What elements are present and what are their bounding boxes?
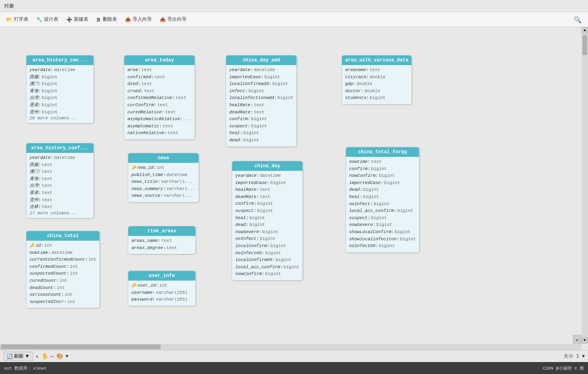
- field-separator: :: [38, 190, 41, 197]
- table-card-area_history_con_top[interactable]: area_history_con...yeardate : datetime西藏…: [26, 55, 94, 123]
- table-card-risk_areas[interactable]: risk_areasareas_name : textareas_degree …: [128, 226, 196, 254]
- table-row: nowConfirm : bigint: [349, 172, 416, 180]
- connect-tool-icon[interactable]: ↔: [51, 353, 54, 360]
- hand-tool-icon[interactable]: ✋: [42, 353, 48, 360]
- table-row: 贵州 : text: [30, 197, 90, 204]
- field-separator: :: [254, 208, 256, 215]
- search-icon[interactable]: 🔍: [574, 16, 582, 24]
- field-type: int: [159, 282, 167, 289]
- field-name: areas_name: [131, 237, 158, 245]
- table-row: localConfirm : bigint: [235, 243, 299, 250]
- field-type: double: [364, 88, 380, 95]
- field-separator: :: [138, 67, 141, 74]
- table-card-user_info[interactable]: user_info🔑user_id : intusername : varcha…: [128, 271, 196, 306]
- refresh-label: 刷新 ▼: [14, 353, 30, 360]
- zoom-level[interactable]: 大小 1 ▼: [564, 353, 585, 360]
- table-row: importedCase : bigint: [349, 180, 416, 187]
- table-row: 吉林 : text: [30, 204, 90, 211]
- field-name: publish_time: [131, 172, 163, 179]
- field-separator: :: [366, 67, 369, 74]
- field-type: bigint: [42, 88, 58, 95]
- new-table-icon: ➕: [66, 17, 72, 22]
- field-name: password: [131, 296, 153, 303]
- open-table-button[interactable]: 📂 打开表: [3, 15, 32, 24]
- table-header-china_day_add: china_day_add: [226, 55, 296, 65]
- import-wizard-button[interactable]: 📥 导入向导: [122, 15, 155, 24]
- table-row: local_acc_confirm : bigint: [349, 208, 416, 215]
- field-type: bigint: [376, 222, 392, 229]
- table-card-area_history_conf_bottom[interactable]: area_history_conf...yeardate : datetime西…: [26, 143, 94, 218]
- table-card-news[interactable]: news🔑new_id : intpublish_time : datetime…: [128, 153, 199, 202]
- field-separator: :: [262, 250, 264, 257]
- scroll-thumb-horizontal[interactable]: [1, 344, 161, 349]
- scroll-down-arrow[interactable]: ▼: [582, 337, 588, 344]
- resize-corner-button[interactable]: ↙: [573, 335, 582, 344]
- field-name: area: [127, 67, 138, 74]
- design-table-button[interactable]: 🔧 设计表: [33, 15, 62, 24]
- scroll-track-horizontal[interactable]: [0, 344, 582, 350]
- field-type: int: [57, 285, 65, 292]
- table-card-china_day_add[interactable]: china_day_addyeardate : datetimeimported…: [226, 55, 297, 147]
- delete-table-button[interactable]: 🗑 删除表: [93, 15, 120, 24]
- table-row: healRate : text: [229, 102, 293, 109]
- table-row: nowtime : text: [349, 158, 416, 166]
- field-type: text: [42, 168, 52, 176]
- field-name: confirm: [229, 116, 248, 123]
- more-columns-label: 27 more columns...: [30, 211, 90, 216]
- field-type: bigint: [264, 74, 280, 81]
- field-name: gdp: [345, 81, 353, 88]
- new-table-button[interactable]: ➕ 新建表: [63, 15, 91, 24]
- table-card-area_today[interactable]: area_todayarea : textconfirmed : textdie…: [124, 55, 195, 140]
- table-body-news: 🔑new_id : intpublish_time : datetimenews…: [128, 163, 199, 202]
- table-row: 西藏 : text: [30, 162, 90, 169]
- field-separator: :: [261, 74, 264, 81]
- scroll-track-vertical[interactable]: [582, 34, 588, 344]
- field-type: text: [260, 194, 270, 201]
- field-separator: :: [267, 180, 270, 187]
- field-type: text: [254, 109, 264, 116]
- export-wizard-button[interactable]: 📤 导出向导: [157, 15, 190, 24]
- field-name: doctor: [345, 88, 361, 95]
- color-tool-icon[interactable]: 🎨: [56, 353, 63, 360]
- field-separator: :: [180, 116, 183, 123]
- design-table-icon: 🔧: [36, 17, 42, 22]
- table-row: 香港 : bigint: [30, 102, 90, 109]
- field-type: int: [88, 256, 96, 263]
- table-row: noInfect : bigint: [349, 201, 416, 208]
- open-table-label: 打开表: [14, 16, 28, 23]
- table-header-china_total: china_total: [26, 231, 99, 241]
- scroll-thumb-vertical[interactable]: [582, 35, 587, 55]
- field-type: bigint: [397, 208, 413, 215]
- field-name: suspectedCount: [30, 270, 66, 277]
- field-type: bigint: [260, 235, 276, 243]
- table-row: asymptomatic : text: [127, 123, 191, 130]
- table-card-area_with_various_data[interactable]: area_with_various_dataareaname : textcit…: [342, 55, 412, 105]
- field-name: noInfectH5: [235, 250, 262, 257]
- scroll-up-arrow[interactable]: ▲: [582, 27, 588, 34]
- field-type: text: [163, 123, 173, 130]
- cursor-tool-icon[interactable]: ↖: [36, 353, 39, 360]
- field-name: dead: [229, 137, 240, 144]
- table-card-china_total_forqq[interactable]: china_total_forqqnowtime : textconfirm :…: [346, 147, 419, 253]
- field-name: suspect: [235, 208, 254, 215]
- field-type: bigint: [284, 264, 300, 271]
- attribution: CSDN @小涵明 ≡ 雅: [543, 365, 584, 371]
- table-row: nowSevere : bigint: [235, 229, 299, 236]
- field-separator: :: [138, 81, 141, 88]
- field-name: healRate: [229, 102, 250, 109]
- field-separator: :: [368, 215, 370, 222]
- field-name: crued: [127, 88, 141, 95]
- canvas-area: area_history_con...yeardate : datetime西藏…: [0, 27, 588, 350]
- table-card-china_day[interactable]: china_dayyeardate : datetimeimportedCase…: [232, 161, 303, 281]
- table-card-china_total[interactable]: china_total🔑id : intnowtime : datetimecu…: [26, 231, 100, 308]
- field-separator: :: [41, 242, 44, 249]
- field-separator: :: [280, 264, 283, 271]
- field-separator: :: [250, 102, 253, 109]
- refresh-button[interactable]: 🔄 刷新 ▼: [3, 352, 33, 361]
- field-separator: :: [151, 74, 154, 81]
- field-name: localConfirm: [235, 243, 267, 250]
- field-name: confirmedCount: [30, 263, 66, 271]
- table-row: 青海 : bigint: [30, 88, 90, 95]
- field-name: news_source: [131, 192, 161, 200]
- field-separator: :: [272, 257, 275, 264]
